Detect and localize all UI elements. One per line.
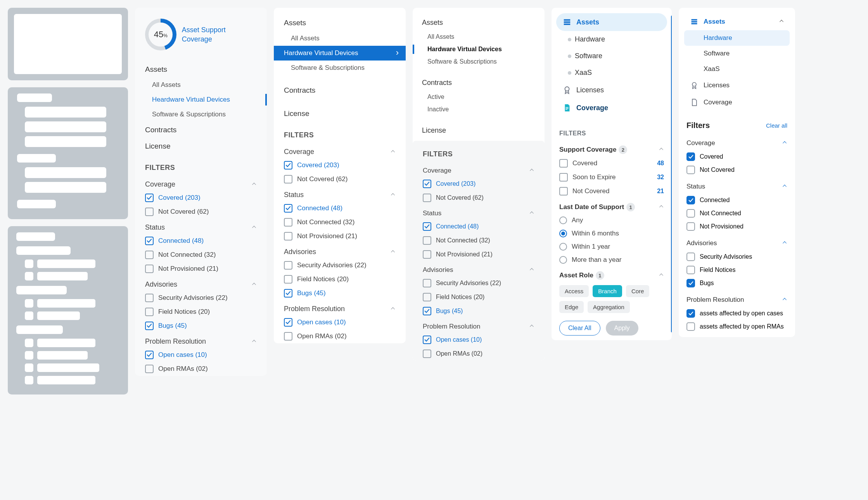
tree-coverage[interactable]: Coverage (684, 94, 790, 111)
filter-group-advisories[interactable]: Advisories (145, 276, 257, 291)
nav-section-license[interactable]: License (413, 116, 545, 138)
nav-all-assets[interactable]: All Assets (135, 78, 267, 92)
checkbox-connected[interactable] (686, 196, 695, 204)
checkbox-open-cases[interactable] (686, 309, 695, 318)
filter-group-problem-res[interactable]: Problem Resolution (145, 333, 257, 348)
checkbox-security-adv[interactable] (284, 261, 292, 270)
checkbox-field-notices[interactable] (145, 308, 154, 316)
apply-button[interactable]: Apply (606, 321, 638, 336)
filter-group-last-support[interactable]: Last Date of Support1 (559, 198, 664, 214)
nav-software-subs[interactable]: Software & Subscriptions (274, 61, 406, 75)
filter-group-advisories[interactable]: Advisories (686, 233, 787, 250)
checkbox-bugs[interactable] (423, 307, 431, 315)
checkbox-field-notices[interactable] (284, 275, 292, 284)
chip-access[interactable]: Access (559, 285, 589, 297)
radio-1-year[interactable] (559, 243, 567, 251)
filter-group-problem-res[interactable]: Problem Resolution (284, 300, 396, 315)
checkbox-open-cases[interactable] (423, 336, 431, 344)
checkbox-open-cases[interactable] (284, 318, 292, 327)
filter-group-coverage[interactable]: Coverage (145, 176, 257, 191)
nav-hardware-virtual[interactable]: Hardware Virtual Devices (413, 43, 545, 55)
tree-software[interactable]: Software (556, 48, 667, 64)
nav-section-contracts[interactable]: Contracts (413, 68, 545, 91)
radio-more-year[interactable] (559, 256, 567, 264)
checkbox-soon-expire[interactable] (559, 173, 568, 182)
checkbox-not-covered[interactable] (145, 208, 154, 216)
checkbox-not-provisioned[interactable] (423, 250, 431, 259)
chip-aggregation[interactable]: Aggregation (588, 301, 630, 313)
tree-xaas[interactable]: XaaS (684, 61, 790, 77)
filter-group-problem-res[interactable]: Problem Resolution (686, 290, 787, 307)
tree-licenses[interactable]: Licenses (556, 81, 667, 99)
checkbox-connected[interactable] (423, 222, 431, 231)
nav-contracts-active[interactable]: Active (413, 91, 545, 103)
checkbox-open-rmas[interactable] (284, 332, 292, 341)
checkbox-security-adv[interactable] (686, 253, 695, 261)
checkbox-not-provisioned[interactable] (145, 265, 154, 273)
clear-all-link[interactable]: Clear all (766, 122, 787, 129)
checkbox-not-connected[interactable] (423, 236, 431, 245)
filter-group-advisories[interactable]: Advisories (423, 261, 534, 276)
chip-edge[interactable]: Edge (559, 301, 584, 313)
checkbox-not-provisioned[interactable] (686, 222, 695, 231)
nav-all-assets[interactable]: All Assets (413, 31, 545, 43)
checkbox-not-connected[interactable] (686, 209, 695, 218)
checkbox-not-covered[interactable] (559, 187, 568, 196)
checkbox-bugs[interactable] (145, 322, 154, 330)
nav-section-assets[interactable]: Assets (274, 8, 406, 31)
checkbox-not-covered[interactable] (686, 166, 695, 174)
checkbox-security-adv[interactable] (145, 294, 154, 302)
tree-assets[interactable]: Assets (684, 13, 790, 30)
checkbox-not-connected[interactable] (145, 251, 154, 259)
checkbox-covered[interactable] (559, 159, 568, 168)
checkbox-open-cases[interactable] (145, 351, 154, 359)
nav-software-subs[interactable]: Software & Subscriptions (413, 55, 545, 68)
filter-group-advisories[interactable]: Advisories (284, 243, 396, 258)
tree-hardware[interactable]: Hardware (556, 31, 667, 48)
checkbox-open-rmas[interactable] (145, 365, 154, 373)
tree-software[interactable]: Software (684, 46, 790, 61)
chip-core[interactable]: Core (626, 285, 650, 297)
tree-assets[interactable]: Assets (556, 13, 667, 31)
checkbox-connected[interactable] (284, 204, 292, 213)
tree-xaas[interactable]: XaaS (556, 64, 667, 81)
filter-group-support-coverage[interactable]: Support Coverage2 (559, 141, 664, 156)
checkbox-covered[interactable] (686, 152, 695, 161)
clear-all-button[interactable]: Clear All (559, 321, 600, 336)
checkbox-covered[interactable] (284, 161, 292, 170)
nav-section-license[interactable]: License (274, 99, 406, 122)
checkbox-covered[interactable] (145, 194, 154, 202)
filter-group-status[interactable]: Status (284, 186, 396, 201)
checkbox-open-rmas[interactable] (686, 322, 695, 331)
nav-hardware-virtual[interactable]: Hardware Virtual Devices (274, 46, 406, 61)
checkbox-security-adv[interactable] (423, 279, 431, 287)
nav-section-contracts[interactable]: Contracts (274, 75, 406, 99)
chip-branch[interactable]: Branch (593, 285, 622, 297)
nav-contracts-inactive[interactable]: Inactive (413, 103, 545, 116)
nav-software-subs[interactable]: Software & Supscriptions (135, 107, 267, 122)
tree-coverage[interactable]: Coverage (556, 99, 667, 117)
checkbox-covered[interactable] (423, 180, 431, 188)
radio-any[interactable] (559, 216, 567, 224)
nav-section-assets[interactable]: Assets (413, 8, 545, 31)
checkbox-bugs[interactable] (284, 289, 292, 298)
filter-group-problem-res[interactable]: Problem Resolution (423, 318, 534, 333)
filter-group-coverage[interactable]: Coverage (423, 162, 534, 177)
filter-group-coverage[interactable]: Coverage (284, 143, 396, 158)
filter-group-status[interactable]: Status (145, 219, 257, 234)
filter-group-status[interactable]: Status (686, 176, 787, 194)
checkbox-not-covered[interactable] (423, 194, 431, 202)
filter-group-asset-role[interactable]: Asset Role1 (559, 266, 664, 282)
checkbox-field-notices[interactable] (686, 266, 695, 274)
radio-6-months[interactable] (559, 230, 567, 237)
nav-all-assets[interactable]: All Assets (274, 31, 406, 46)
checkbox-connected[interactable] (145, 237, 154, 245)
tree-licenses[interactable]: Licenses (684, 77, 790, 94)
checkbox-bugs[interactable] (686, 279, 695, 287)
filter-group-coverage[interactable]: Coverage (686, 133, 787, 150)
nav-section-contracts[interactable]: Contracts (135, 122, 267, 138)
tree-hardware[interactable]: Hardware (684, 30, 790, 46)
filter-group-status[interactable]: Status (423, 205, 534, 220)
checkbox-not-covered[interactable] (284, 175, 292, 183)
checkbox-not-connected[interactable] (284, 218, 292, 227)
